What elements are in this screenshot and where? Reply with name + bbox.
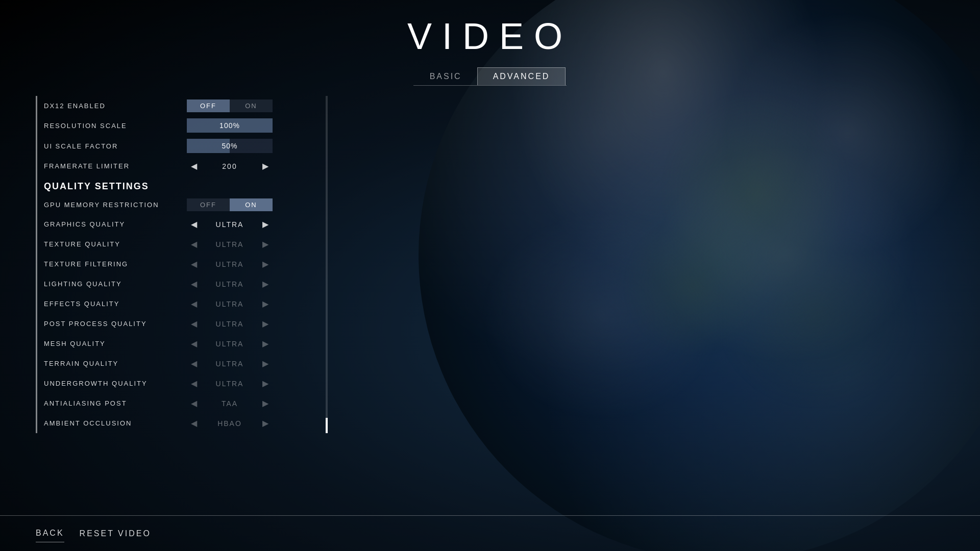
lighting-quality-arrow: ◀ ULTRA ▶ bbox=[187, 277, 273, 291]
mesh-quality-value: ULTRA bbox=[206, 340, 253, 348]
terrain-quality-right[interactable]: ▶ bbox=[258, 357, 273, 370]
gpu-memory-on-btn[interactable]: ON bbox=[230, 198, 273, 211]
mesh-quality-arrow: ◀ ULTRA ▶ bbox=[187, 337, 273, 350]
effects-quality-right[interactable]: ▶ bbox=[258, 297, 273, 311]
quality-settings-label: QUALITY SETTINGS bbox=[44, 181, 149, 191]
gpu-memory-off-btn[interactable]: OFF bbox=[187, 198, 230, 211]
post-process-left[interactable]: ◀ bbox=[187, 317, 201, 331]
resolution-scale-slider[interactable]: 100% bbox=[187, 118, 273, 133]
terrain-quality-value: ULTRA bbox=[206, 360, 253, 368]
terrain-quality-left[interactable]: ◀ bbox=[187, 357, 201, 370]
setting-effects-quality: EFFECTS QUALITY ◀ ULTRA ▶ bbox=[36, 294, 322, 314]
setting-resolution-scale: RESOLUTION SCALE 100% bbox=[36, 115, 322, 136]
back-button[interactable]: BACK bbox=[36, 524, 64, 542]
ambient-occlusion-control: ◀ HBAO ▶ bbox=[187, 416, 322, 430]
framerate-control: ◀ 200 ▶ bbox=[187, 159, 322, 173]
texture-filtering-left[interactable]: ◀ bbox=[187, 257, 201, 271]
post-process-right[interactable]: ▶ bbox=[258, 317, 273, 331]
antialiasing-right[interactable]: ▶ bbox=[258, 396, 273, 410]
ui-scale-slider[interactable]: 50% bbox=[187, 139, 273, 153]
antialiasing-label: ANTIALIASING POST bbox=[44, 399, 187, 407]
mesh-quality-label: MESH QUALITY bbox=[44, 340, 187, 347]
framerate-arrow-control: ◀ 200 ▶ bbox=[187, 159, 273, 173]
setting-terrain-quality: TERRAIN QUALITY ◀ ULTRA ▶ bbox=[36, 354, 322, 373]
texture-filtering-control: ◀ ULTRA ▶ bbox=[187, 257, 322, 271]
graphics-quality-right[interactable]: ▶ bbox=[258, 217, 273, 231]
texture-quality-arrow: ◀ ULTRA ▶ bbox=[187, 237, 273, 251]
lighting-quality-right[interactable]: ▶ bbox=[258, 277, 273, 291]
gpu-memory-control: OFF ON bbox=[187, 198, 322, 211]
setting-post-process: POST PROCESS QUALITY ◀ ULTRA ▶ bbox=[36, 314, 322, 334]
setting-dx12-enabled: DX12 ENABLED OFF ON bbox=[36, 96, 322, 115]
ui-scale-value: 50% bbox=[222, 142, 237, 150]
texture-quality-left[interactable]: ◀ bbox=[187, 237, 201, 251]
lighting-quality-label: LIGHTING QUALITY bbox=[44, 280, 187, 288]
graphics-quality-value: ULTRA bbox=[206, 220, 253, 229]
dx12-toggle: OFF ON bbox=[187, 99, 273, 112]
bottom-bar: BACK RESET VIDEO bbox=[0, 515, 980, 551]
setting-graphics-quality: GRAPHICS QUALITY ◀ ULTRA ▶ bbox=[36, 214, 322, 234]
effects-quality-label: EFFECTS QUALITY bbox=[44, 300, 187, 308]
terrain-quality-label: TERRAIN QUALITY bbox=[44, 360, 187, 367]
texture-filtering-arrow: ◀ ULTRA ▶ bbox=[187, 257, 273, 271]
texture-filtering-value: ULTRA bbox=[206, 260, 253, 268]
texture-quality-value: ULTRA bbox=[206, 240, 253, 248]
ambient-occlusion-value: HBAO bbox=[206, 419, 253, 428]
effects-quality-value: ULTRA bbox=[206, 300, 253, 308]
dx12-off-btn[interactable]: OFF bbox=[187, 99, 230, 112]
framerate-left-arrow[interactable]: ◀ bbox=[187, 159, 201, 173]
scroll-cursor bbox=[326, 418, 328, 433]
ambient-occlusion-arrow: ◀ HBAO ▶ bbox=[187, 416, 273, 430]
post-process-value: ULTRA bbox=[206, 320, 253, 328]
mesh-quality-control: ◀ ULTRA ▶ bbox=[187, 337, 322, 350]
graphics-quality-left[interactable]: ◀ bbox=[187, 217, 201, 231]
page-title: VIDEO bbox=[407, 15, 573, 57]
texture-quality-label: TEXTURE QUALITY bbox=[44, 240, 187, 248]
gpu-memory-toggle: OFF ON bbox=[187, 198, 273, 211]
dx12-on-btn[interactable]: ON bbox=[230, 99, 273, 112]
dx12-control: OFF ON bbox=[187, 99, 322, 112]
texture-quality-control: ◀ ULTRA ▶ bbox=[187, 237, 322, 251]
undergrowth-quality-value: ULTRA bbox=[206, 380, 253, 388]
setting-gpu-memory: GPU MEMORY RESTRICTION OFF ON bbox=[36, 195, 322, 214]
setting-lighting-quality: LIGHTING QUALITY ◀ ULTRA ▶ bbox=[36, 274, 322, 294]
setting-ui-scale: UI SCALE FACTOR 50% bbox=[36, 136, 322, 156]
gpu-memory-label: GPU MEMORY RESTRICTION bbox=[44, 201, 187, 209]
effects-quality-left[interactable]: ◀ bbox=[187, 297, 201, 311]
terrain-quality-arrow: ◀ ULTRA ▶ bbox=[187, 357, 273, 370]
ambient-occlusion-left[interactable]: ◀ bbox=[187, 416, 201, 430]
tab-basic[interactable]: BASIC bbox=[414, 67, 477, 85]
undergrowth-quality-right[interactable]: ▶ bbox=[258, 377, 273, 390]
settings-panel: DX12 ENABLED OFF ON RESOLUTION SCALE 100… bbox=[36, 96, 322, 433]
quality-settings-header: QUALITY SETTINGS bbox=[36, 176, 322, 195]
undergrowth-quality-control: ◀ ULTRA ▶ bbox=[187, 377, 322, 390]
undergrowth-quality-label: UNDERGROWTH QUALITY bbox=[44, 380, 187, 387]
setting-mesh-quality: MESH QUALITY ◀ ULTRA ▶ bbox=[36, 334, 322, 354]
resolution-scale-label: RESOLUTION SCALE bbox=[44, 122, 187, 130]
resolution-scale-control: 100% bbox=[187, 118, 322, 133]
tab-advanced[interactable]: ADVANCED bbox=[477, 67, 566, 85]
ambient-occlusion-right[interactable]: ▶ bbox=[258, 416, 273, 430]
resolution-scale-value: 100% bbox=[219, 121, 240, 130]
effects-quality-control: ◀ ULTRA ▶ bbox=[187, 297, 322, 311]
framerate-label: FRAMERATE LIMITER bbox=[44, 162, 187, 170]
antialiasing-arrow: ◀ TAA ▶ bbox=[187, 396, 273, 410]
reset-video-button[interactable]: RESET VIDEO bbox=[80, 525, 151, 542]
texture-filtering-right[interactable]: ▶ bbox=[258, 257, 273, 271]
antialiasing-left[interactable]: ◀ bbox=[187, 396, 201, 410]
undergrowth-quality-arrow: ◀ ULTRA ▶ bbox=[187, 377, 273, 390]
mesh-quality-left[interactable]: ◀ bbox=[187, 337, 201, 350]
setting-ambient-occlusion: AMBIENT OCCLUSION ◀ HBAO ▶ bbox=[36, 413, 322, 433]
scrollbar[interactable] bbox=[326, 96, 328, 433]
undergrowth-quality-left[interactable]: ◀ bbox=[187, 377, 201, 390]
post-process-control: ◀ ULTRA ▶ bbox=[187, 317, 322, 331]
framerate-right-arrow[interactable]: ▶ bbox=[258, 159, 273, 173]
texture-quality-right[interactable]: ▶ bbox=[258, 237, 273, 251]
mesh-quality-right[interactable]: ▶ bbox=[258, 337, 273, 350]
setting-texture-filtering: TEXTURE FILTERING ◀ ULTRA ▶ bbox=[36, 254, 322, 274]
setting-framerate-limiter: FRAMERATE LIMITER ◀ 200 ▶ bbox=[36, 156, 322, 176]
setting-texture-quality: TEXTURE QUALITY ◀ ULTRA ▶ bbox=[36, 234, 322, 254]
lighting-quality-control: ◀ ULTRA ▶ bbox=[187, 277, 322, 291]
main-content: VIDEO BASIC ADVANCED DX12 ENABLED OFF ON… bbox=[0, 0, 980, 551]
lighting-quality-left[interactable]: ◀ bbox=[187, 277, 201, 291]
